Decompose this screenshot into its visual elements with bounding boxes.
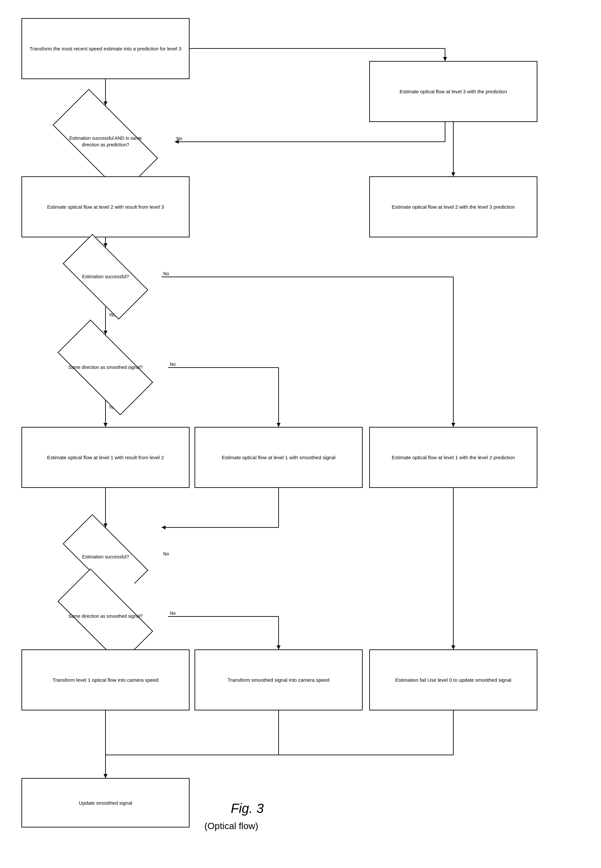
transform-l1-label: Transform level 1 optical flow into came… <box>52 676 158 683</box>
figure-caption-sub: (Optical flow) <box>204 821 258 831</box>
estimation-fail-box: Estimation fail Use level 0 to update sm… <box>369 650 537 711</box>
svg-text:No: No <box>170 610 176 616</box>
update-smoothed-label: Update smoothed signal <box>79 799 132 806</box>
svg-text:No: No <box>163 271 169 276</box>
diamond-1: Estimation successful AND in same direct… <box>36 105 175 178</box>
svg-text:No: No <box>176 136 182 141</box>
estimate-l1-right-box: Estimate optical flow at level 1 with th… <box>369 427 537 488</box>
diamond-5-label: Same direction as smoothed signal? <box>68 613 143 619</box>
diamond-3-label: Same direction as smoothed signal? <box>68 365 143 370</box>
estimate-l2-right-label: Estimate optical flow at level 2 with th… <box>392 203 515 211</box>
estimate-l2-left-label: Estimate optical flow at level 2 with re… <box>47 203 164 211</box>
svg-marker-31 <box>452 645 455 650</box>
update-smoothed-box: Update smoothed signal <box>21 778 189 827</box>
diamond-5: Same direction as smoothed signal? <box>43 584 168 650</box>
transform-l1-box: Transform level 1 optical flow into came… <box>21 650 189 711</box>
svg-marker-19 <box>452 423 455 427</box>
start-box: Transform the most recent speed estimate… <box>21 18 189 79</box>
estimate-l2-right-box: Estimate optical flow at level 2 with th… <box>369 176 537 237</box>
svg-marker-39 <box>104 774 107 778</box>
estimate-l1-left-box: Estimate optical flow at level 1 with re… <box>21 427 189 488</box>
svg-marker-24 <box>277 423 281 427</box>
diamond-2: Estimation successful? <box>49 247 162 307</box>
diamond-2-label: Estimation successful? <box>82 274 129 279</box>
svg-text:No: No <box>163 551 169 557</box>
estimate-l1-left-label: Estimate optical flow at level 1 with re… <box>47 454 164 461</box>
diamond-4: Estimation successful? <box>49 528 162 587</box>
estimate-l1-right-label: Estimate optical flow at level 1 with th… <box>392 454 515 461</box>
svg-marker-37 <box>277 645 281 650</box>
estimate-l1-mid-box: Estimate optical flow at level 1 with sm… <box>195 427 363 488</box>
svg-marker-29 <box>162 525 165 529</box>
estimate-l1-mid-label: Estimate optical flow at level 1 with sm… <box>221 454 335 461</box>
start-box-label: Transform the most recent speed estimate… <box>30 45 182 52</box>
transform-smoothed-box: Transform smoothed signal into camera sp… <box>195 650 363 711</box>
svg-text:No: No <box>170 362 176 367</box>
diamond-3: Same direction as smoothed signal? <box>43 335 168 401</box>
svg-marker-7 <box>175 140 179 144</box>
svg-marker-14 <box>452 172 455 176</box>
diagram-container: Yes No Yes No Yes No Yes No Yes No Trans… <box>0 0 601 868</box>
figure-caption-text: Fig. 3 <box>231 801 264 816</box>
figure-caption-sub-text: (Optical flow) <box>204 821 258 831</box>
svg-marker-4 <box>443 57 447 61</box>
diamond-4-label: Estimation successful? <box>82 554 129 560</box>
estimate-l3-pred-box: Estimate optical flow at level 3 with th… <box>369 61 537 122</box>
estimate-l2-left-box: Estimate optical flow at level 2 with re… <box>21 176 189 237</box>
estimation-fail-label: Estimation fail Use level 0 to update sm… <box>395 676 511 683</box>
figure-caption: Fig. 3 <box>231 801 264 816</box>
diamond-1-label: Estimation successful AND in same direct… <box>69 136 142 147</box>
transform-smoothed-label: Transform smoothed signal into camera sp… <box>228 676 329 683</box>
svg-marker-21 <box>104 423 107 427</box>
estimate-l3-pred-label: Estimate optical flow at level 3 with th… <box>400 88 507 95</box>
